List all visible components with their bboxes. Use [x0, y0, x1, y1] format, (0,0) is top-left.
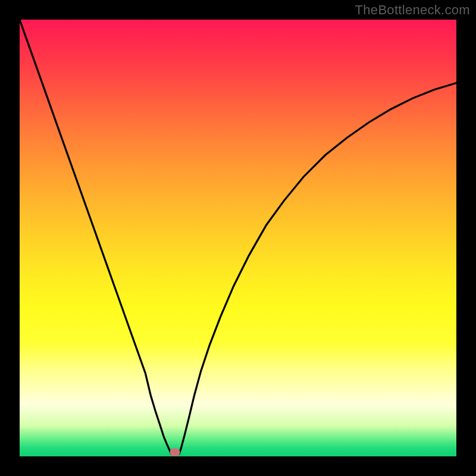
chart-frame: TheBottleneck.com	[0, 0, 476, 476]
curve-left-branch	[20, 20, 171, 454]
watermark-text: TheBottleneck.com	[355, 2, 470, 18]
curve-right-branch	[179, 83, 456, 454]
bottleneck-curve	[20, 20, 456, 456]
optimal-point-marker	[170, 448, 180, 456]
plot-area	[20, 20, 456, 456]
